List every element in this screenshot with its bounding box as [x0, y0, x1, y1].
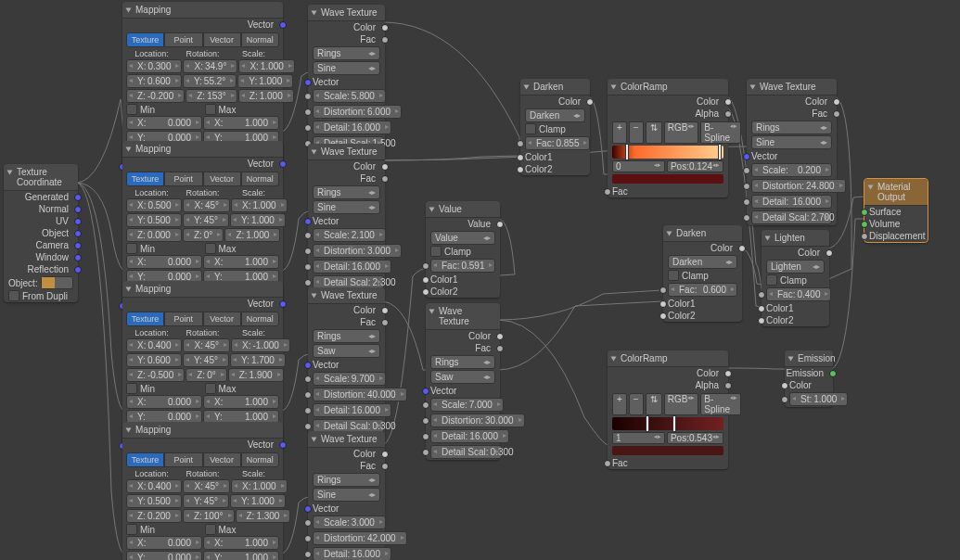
node-wave-texture-1[interactable]: Wave Texture Color Fac Rings Sine Vector…	[308, 5, 385, 151]
out-normal: Normal	[4, 203, 78, 215]
node-colorramp-2[interactable]: ColorRamp Color Alpha +−⇅RGBB-Spline 1Po…	[608, 350, 728, 469]
out-object: Object	[4, 227, 78, 239]
node-darken-2[interactable]: Darken Color Darken Clamp Fac:0.600 Colo…	[663, 225, 742, 322]
mix-mode[interactable]: Darken	[525, 108, 585, 122]
tab-texture[interactable]: Texture	[126, 452, 164, 467]
object-picker[interactable]: Object:	[8, 276, 73, 289]
mix-mode[interactable]: Darken	[668, 255, 737, 269]
node-mapping-4[interactable]: Mapping Vector TexturePointVectorNormal …	[122, 422, 283, 560]
node-wave-texture-6[interactable]: Wave Texture Color Fac Rings Saw Vector …	[426, 303, 500, 460]
node-header[interactable]: Texture Coordinate	[4, 164, 78, 191]
tab-point[interactable]: Point	[164, 32, 202, 47]
tab-vector[interactable]: Vector	[203, 312, 241, 326]
clamp-check[interactable]: Clamp	[766, 274, 825, 286]
fac-input[interactable]: Fac:0.591	[426, 258, 500, 274]
profile-select[interactable]: Saw	[430, 370, 495, 384]
out-reflection: Reflection	[4, 263, 78, 275]
node-lighten[interactable]: Lighten Color Lighten Clamp Fac:0.400 Co…	[762, 230, 829, 326]
out-color: Value	[426, 218, 500, 230]
clamp-check[interactable]: Clamp	[430, 246, 495, 257]
tab-point[interactable]: Point	[164, 452, 202, 467]
node-wave-texture-3[interactable]: Wave Texture Color Fac Rings Saw Vector …	[308, 287, 385, 434]
node-title: Texture Coordinate	[17, 167, 62, 187]
tab-normal[interactable]: Normal	[241, 452, 279, 467]
node-value[interactable]: Value Value Value Clamp Fac:0.591 Color1…	[426, 201, 500, 298]
node-header[interactable]: Value	[426, 201, 500, 218]
ramp-del[interactable]: −	[629, 121, 644, 144]
node-emission[interactable]: Emission Emission Color St:1.000	[785, 350, 833, 407]
color2-input[interactable]: Color2	[426, 286, 500, 298]
node-wave-texture-5[interactable]: Wave Texture Color Fac Rings Sine Vector…	[747, 79, 837, 225]
node-wave-texture-2[interactable]: Wave Texture Color Fac Rings Sine Vector…	[308, 144, 385, 290]
from-dupli-check[interactable]: From Dupli	[8, 290, 73, 301]
node-colorramp-1[interactable]: ColorRamp Color Alpha +−⇅RGBB-Spline 0Po…	[608, 79, 728, 197]
tab-vector[interactable]: Vector	[203, 32, 241, 47]
tab-vector[interactable]: Vector	[203, 452, 241, 467]
out-uv: UV	[4, 215, 78, 227]
ramp-add[interactable]: +	[612, 121, 627, 144]
color1-input[interactable]: Color1	[426, 274, 500, 286]
out-window: Window	[4, 251, 78, 263]
tab-vector[interactable]: Vector	[203, 172, 241, 186]
tab-texture[interactable]: Texture	[126, 32, 164, 47]
tab-texture[interactable]: Texture	[126, 312, 164, 326]
tab-point[interactable]: Point	[164, 312, 202, 326]
clamp-check[interactable]: Clamp	[668, 270, 737, 281]
clamp-check[interactable]: Clamp	[525, 123, 585, 134]
node-darken-1[interactable]: Darken Color Darken Clamp Fac:0.855 Colo…	[520, 79, 590, 175]
shape-select[interactable]: Rings	[430, 355, 495, 369]
tab-normal[interactable]: Normal	[241, 172, 279, 186]
tab-normal[interactable]: Normal	[241, 32, 279, 47]
node-material-output[interactable]: Material Output Surface Volume Displacem…	[864, 178, 928, 243]
node-wave-texture-4[interactable]: Wave Texture Color Fac Rings Sine Vector…	[308, 431, 385, 560]
node-texture-coordinate[interactable]: Texture Coordinate Generated Normal UV O…	[4, 164, 78, 302]
tab-texture[interactable]: Texture	[126, 172, 164, 186]
value-mode[interactable]: Value	[430, 231, 495, 245]
tab-normal[interactable]: Normal	[241, 312, 279, 326]
out-camera: Camera	[4, 239, 78, 251]
tab-point[interactable]: Point	[164, 172, 202, 186]
mix-mode[interactable]: Lighten	[766, 260, 825, 274]
out-generated: Generated	[4, 191, 78, 203]
